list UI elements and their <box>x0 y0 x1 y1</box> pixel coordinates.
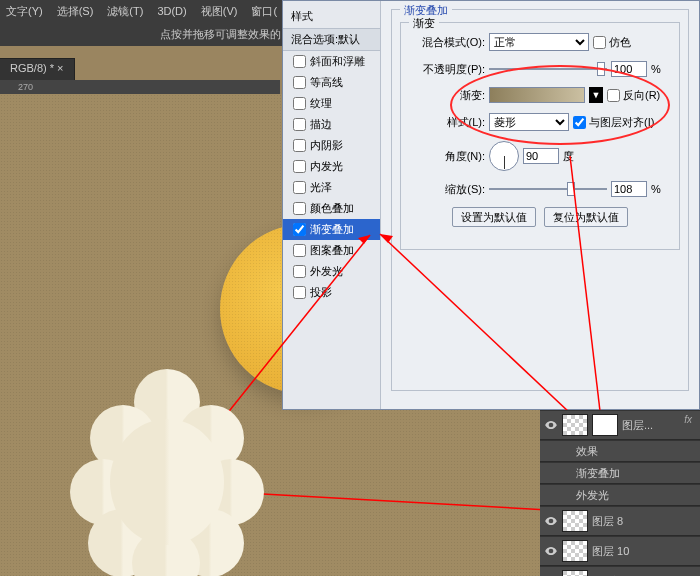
menu-item[interactable]: 视图(V) <box>201 4 238 19</box>
percent-unit: % <box>651 183 661 195</box>
style-item-投影[interactable]: 投影 <box>283 282 380 303</box>
opacity-input[interactable] <box>611 61 647 77</box>
style-checkbox[interactable] <box>293 97 306 110</box>
style-checkbox[interactable] <box>293 118 306 131</box>
menu-item[interactable]: 滤镜(T) <box>107 4 143 19</box>
menu-item[interactable]: 文字(Y) <box>6 4 43 19</box>
style-item-颜色叠加[interactable]: 颜色叠加 <box>283 198 380 219</box>
gradient-style-select[interactable]: 菱形 <box>489 113 569 131</box>
style-item-内阴影[interactable]: 内阴影 <box>283 135 380 156</box>
layer-name: 图层 8 <box>592 514 623 529</box>
blend-mode-label: 混合模式(O): <box>409 35 485 50</box>
gradient-dropdown-arrow[interactable]: ▼ <box>589 87 603 103</box>
percent-unit: % <box>651 63 661 75</box>
style-checkbox[interactable] <box>293 244 306 257</box>
layer-thumb[interactable] <box>562 540 588 562</box>
mask-thumb[interactable] <box>592 414 618 436</box>
style-checkbox[interactable] <box>293 139 306 152</box>
layer-row[interactable]: 2渐变... <box>540 566 700 576</box>
style-label: 描边 <box>310 117 332 132</box>
scale-slider[interactable] <box>489 182 607 196</box>
fx-badge[interactable]: fx <box>684 414 692 425</box>
layer-thumb[interactable] <box>562 414 588 436</box>
scale-input[interactable] <box>611 181 647 197</box>
angle-input[interactable] <box>523 148 559 164</box>
angle-dial[interactable] <box>489 141 519 171</box>
style-label: 内发光 <box>310 159 343 174</box>
dither-checkbox[interactable]: 仿色 <box>593 35 631 50</box>
menu-item[interactable]: 3D(D) <box>157 5 186 17</box>
blend-mode-select[interactable]: 正常 <box>489 33 589 51</box>
style-item-描边[interactable]: 描边 <box>283 114 380 135</box>
style-label: 外发光 <box>310 264 343 279</box>
style-item-光泽[interactable]: 光泽 <box>283 177 380 198</box>
style-item-内发光[interactable]: 内发光 <box>283 156 380 177</box>
set-default-button[interactable]: 设置为默认值 <box>452 207 536 227</box>
layer-thumb[interactable] <box>562 570 588 576</box>
style-label: 渐变叠加 <box>310 222 354 237</box>
style-label: 纹理 <box>310 96 332 111</box>
document-tab[interactable]: RGB/8) * × <box>0 58 75 80</box>
align-layer-checkbox[interactable]: 与图层对齐(I) <box>573 115 654 130</box>
layer-row[interactable]: 图层... fx <box>540 410 700 440</box>
reverse-checkbox[interactable]: 反向(R) <box>607 88 660 103</box>
visibility-eye-icon[interactable] <box>544 514 558 528</box>
layer-row[interactable]: 图层 8 <box>540 506 700 536</box>
layer-fx-row[interactable]: 外发光 <box>540 484 700 506</box>
style-checkbox[interactable] <box>293 181 306 194</box>
degree-unit: 度 <box>563 149 574 164</box>
style-settings: 渐变叠加 渐变 混合模式(O): 正常 仿色 不透明度(P): % 渐变: <box>381 1 699 409</box>
ruler: 270 <box>0 80 280 94</box>
style-label: 光泽 <box>310 180 332 195</box>
style-label: 颜色叠加 <box>310 201 354 216</box>
style-label: 样式(L): <box>409 115 485 130</box>
style-item-渐变叠加[interactable]: 渐变叠加 <box>283 219 380 240</box>
gradient-label: 渐变: <box>409 88 485 103</box>
menu-item[interactable]: 窗口( <box>251 4 277 19</box>
style-checkbox[interactable] <box>293 76 306 89</box>
menu-item[interactable]: 选择(S) <box>57 4 94 19</box>
style-checkbox[interactable] <box>293 202 306 215</box>
style-label: 内阴影 <box>310 138 343 153</box>
layers-panel: 图层... fx 效果 渐变叠加 外发光 图层 8 图层 10 2渐变... <box>540 410 700 576</box>
scale-label: 缩放(S): <box>409 182 485 197</box>
style-label: 斜面和浮雕 <box>310 54 365 69</box>
style-checkbox[interactable] <box>293 286 306 299</box>
gradient-preview[interactable] <box>489 87 585 103</box>
opacity-slider[interactable] <box>489 62 607 76</box>
layer-row[interactable]: 图层 10 <box>540 536 700 566</box>
visibility-eye-icon[interactable] <box>544 544 558 558</box>
style-label: 等高线 <box>310 75 343 90</box>
opacity-label: 不透明度(P): <box>409 62 485 77</box>
style-item-纹理[interactable]: 纹理 <box>283 93 380 114</box>
cloud-shape <box>62 359 272 576</box>
layer-style-dialog: 样式 混合选项:默认 斜面和浮雕等高线纹理描边内阴影内发光光泽颜色叠加渐变叠加图… <box>282 0 700 410</box>
layer-thumb[interactable] <box>562 510 588 532</box>
layer-name: 图层... <box>622 418 653 433</box>
styles-list: 样式 混合选项:默认 斜面和浮雕等高线纹理描边内阴影内发光光泽颜色叠加渐变叠加图… <box>283 1 381 409</box>
sub-title: 渐变 <box>409 16 439 31</box>
style-label: 投影 <box>310 285 332 300</box>
ruler-tick: 270 <box>18 82 33 92</box>
style-checkbox[interactable] <box>293 265 306 278</box>
style-checkbox[interactable] <box>293 223 306 236</box>
styles-title: 样式 <box>283 5 380 28</box>
style-checkbox[interactable] <box>293 160 306 173</box>
options-hint: 点按并拖移可调整效果的 <box>160 27 281 42</box>
layer-name: 图层 10 <box>592 544 629 559</box>
layer-fx-row[interactable]: 渐变叠加 <box>540 462 700 484</box>
style-item-斜面和浮雕[interactable]: 斜面和浮雕 <box>283 51 380 72</box>
style-checkbox[interactable] <box>293 55 306 68</box>
style-label: 图案叠加 <box>310 243 354 258</box>
blend-options[interactable]: 混合选项:默认 <box>283 28 380 51</box>
visibility-eye-icon[interactable] <box>544 418 558 432</box>
layer-fx-row[interactable]: 效果 <box>540 440 700 462</box>
reset-default-button[interactable]: 复位为默认值 <box>544 207 628 227</box>
style-item-外发光[interactable]: 外发光 <box>283 261 380 282</box>
style-item-图案叠加[interactable]: 图案叠加 <box>283 240 380 261</box>
style-item-等高线[interactable]: 等高线 <box>283 72 380 93</box>
angle-label: 角度(N): <box>409 149 485 164</box>
